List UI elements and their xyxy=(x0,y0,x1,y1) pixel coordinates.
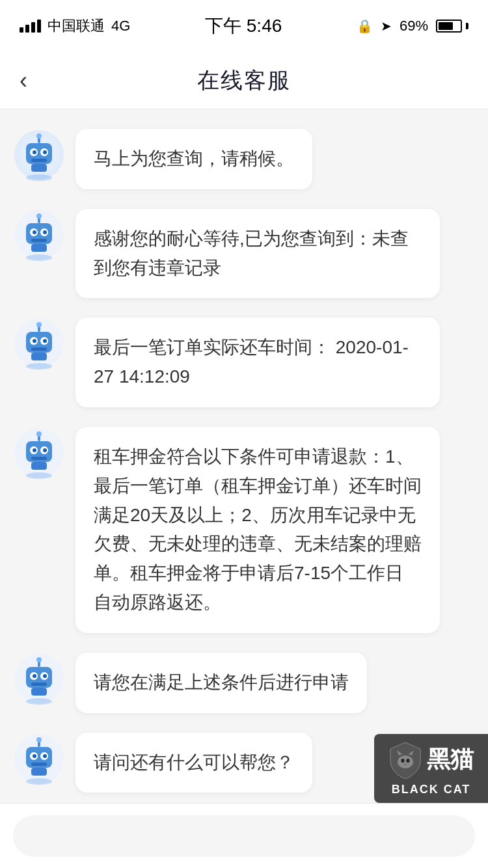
svg-point-54 xyxy=(26,698,52,705)
bot-avatar xyxy=(13,653,65,705)
nav-bar: ‹ 在线客服 xyxy=(0,52,488,109)
input-area xyxy=(0,803,488,868)
svg-point-18 xyxy=(36,213,42,219)
svg-rect-31 xyxy=(31,353,47,360)
signal-icon xyxy=(20,20,41,33)
lock-icon: 🔒 xyxy=(357,18,373,34)
svg-point-27 xyxy=(43,339,47,343)
message-bubble: 请问还有什么可以帮您？ xyxy=(75,733,312,793)
svg-point-40 xyxy=(36,431,42,437)
battery-percent: 69% xyxy=(400,18,428,34)
bot-avatar xyxy=(13,318,65,370)
svg-point-4 xyxy=(33,150,36,154)
bot-avatar xyxy=(13,129,65,181)
shield-icon xyxy=(389,741,422,779)
svg-rect-8 xyxy=(31,159,47,162)
svg-rect-9 xyxy=(31,164,47,172)
message-text: 马上为您查询，请稍候。 xyxy=(94,148,294,169)
svg-rect-30 xyxy=(31,347,47,351)
svg-rect-64 xyxy=(31,768,47,776)
status-left: 中国联通 4G xyxy=(20,16,130,36)
black-cat-watermark: 黑猫 BLACK CAT xyxy=(374,734,488,803)
status-time: 下午 5:46 xyxy=(205,14,282,38)
svg-point-43 xyxy=(26,472,52,479)
message-row: 请您在满足上述条件后进行申请 xyxy=(13,653,475,713)
network-type-label: 4G xyxy=(111,18,130,34)
black-cat-brand-label: BLACK CAT xyxy=(392,783,471,796)
message-bubble: 最后一笔订单实际还车时间： 2020-01-27 14:12:09 xyxy=(75,318,440,407)
svg-rect-20 xyxy=(31,244,47,252)
status-bar: 中国联通 4G 下午 5:46 🔒 ➤ 69% xyxy=(0,0,488,52)
bot-avatar xyxy=(13,209,65,261)
message-text: 租车押金符合以下条件可申请退款：1、最后一笔订单（租车押金订单）还车时间满足20… xyxy=(94,446,422,612)
message-text: 感谢您的耐心等待,已为您查询到：未查到您有违章记录 xyxy=(94,228,409,278)
svg-rect-41 xyxy=(31,457,47,460)
svg-point-10 xyxy=(26,174,52,181)
svg-point-49 xyxy=(43,674,47,678)
svg-rect-53 xyxy=(31,688,47,696)
message-text: 最后一笔订单实际还车时间： 2020-01-27 14:12:09 xyxy=(94,337,409,387)
status-right: 🔒 ➤ 69% xyxy=(357,18,468,34)
bot-avatar xyxy=(13,427,65,479)
page-title: 在线客服 xyxy=(197,66,291,96)
bot-avatar xyxy=(13,733,65,785)
back-button[interactable]: ‹ xyxy=(20,67,27,94)
svg-rect-42 xyxy=(31,462,47,470)
svg-point-77 xyxy=(398,755,413,768)
svg-point-48 xyxy=(33,674,36,678)
message-row: 最后一笔订单实际还车时间： 2020-01-27 14:12:09 xyxy=(13,318,475,407)
svg-point-7 xyxy=(36,133,42,139)
battery-icon xyxy=(436,20,468,33)
cat-icon-area: 黑猫 xyxy=(389,741,474,779)
message-bubble: 马上为您查询，请稍候。 xyxy=(75,129,312,189)
svg-point-65 xyxy=(26,778,52,785)
svg-point-37 xyxy=(33,448,36,452)
message-row: 马上为您查询，请稍候。 xyxy=(13,129,475,189)
svg-point-29 xyxy=(36,322,42,327)
svg-rect-19 xyxy=(31,239,47,242)
svg-point-59 xyxy=(33,754,36,758)
svg-point-15 xyxy=(33,230,36,234)
svg-point-62 xyxy=(36,737,42,742)
location-icon: ➤ xyxy=(381,18,392,34)
svg-point-21 xyxy=(26,254,52,261)
message-row: 租车押金符合以下条件可申请退款：1、最后一笔订单（租车押金订单）还车时间满足20… xyxy=(13,427,475,633)
svg-rect-52 xyxy=(31,683,47,686)
message-bubble: 感谢您的耐心等待,已为您查询到：未查到您有违章记录 xyxy=(75,209,440,299)
svg-rect-63 xyxy=(31,763,47,766)
svg-point-26 xyxy=(33,339,36,343)
svg-point-51 xyxy=(36,657,42,662)
svg-point-60 xyxy=(43,754,47,758)
message-bubble: 租车押金符合以下条件可申请退款：1、最后一笔订单（租车押金订单）还车时间满足20… xyxy=(75,427,440,633)
message-bubble: 请您在满足上述条件后进行申请 xyxy=(75,653,367,713)
message-text: 请您在满足上述条件后进行申请 xyxy=(94,672,349,692)
svg-point-5 xyxy=(43,150,47,154)
svg-point-32 xyxy=(26,363,52,370)
message-text: 请问还有什么可以帮您？ xyxy=(94,752,294,772)
svg-point-16 xyxy=(43,230,47,234)
carrier-label: 中国联通 xyxy=(47,16,105,36)
svg-point-38 xyxy=(43,448,47,452)
svg-point-81 xyxy=(406,759,409,763)
message-row: 感谢您的耐心等待,已为您查询到：未查到您有违章记录 xyxy=(13,209,475,299)
cat-face-label: 黑猫 xyxy=(427,744,474,776)
svg-point-80 xyxy=(401,759,404,763)
chat-input[interactable] xyxy=(13,815,475,857)
